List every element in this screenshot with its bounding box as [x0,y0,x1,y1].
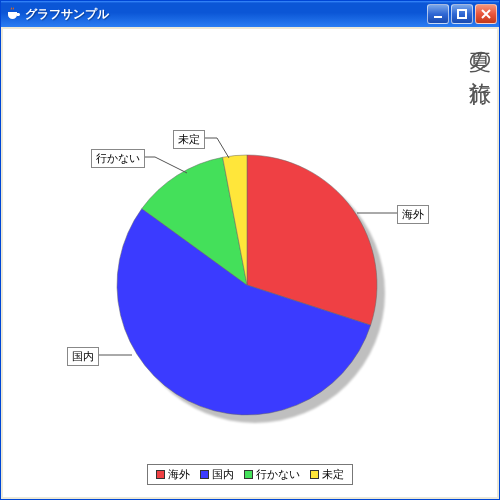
legend-swatch [156,470,165,479]
titlebar[interactable]: グラフサンプル [1,1,499,27]
maximize-button[interactable] [451,4,473,24]
minimize-button[interactable] [427,4,449,24]
legend-item: 行かない [244,467,300,482]
window-title: グラフサンプル [25,6,423,23]
window-controls [427,4,497,24]
legend-swatch [244,470,253,479]
plot-area: 海外 国内 行かない 未定 [17,45,483,456]
legend-swatch [200,470,209,479]
chart-panel: 夏の旅行 海 [3,29,497,497]
svg-rect-1 [458,10,466,18]
slice-label-mitei: 未定 [173,130,205,149]
legend-swatch [310,470,319,479]
close-button[interactable] [475,4,497,24]
slice-label-kaigai: 海外 [397,205,429,224]
legend-box: 海外 国内 行かない 未定 [147,464,353,485]
slice-label-kokunai: 国内 [67,347,99,366]
legend-item: 海外 [156,467,190,482]
app-window: グラフサンプル 夏の旅行 [0,0,500,500]
legend-item: 未定 [310,467,344,482]
legend-label: 未定 [322,467,344,482]
java-coffee-icon [5,6,21,22]
legend-label: 国内 [212,467,234,482]
pie-chart [117,155,377,415]
legend-label: 行かない [256,467,300,482]
slice-label-ikanai: 行かない [91,149,145,168]
legend-label: 海外 [168,467,190,482]
client-area: 夏の旅行 海 [3,29,497,497]
legend: 海外 国内 行かない 未定 [17,460,483,487]
svg-rect-0 [434,16,442,18]
legend-item: 国内 [200,467,234,482]
